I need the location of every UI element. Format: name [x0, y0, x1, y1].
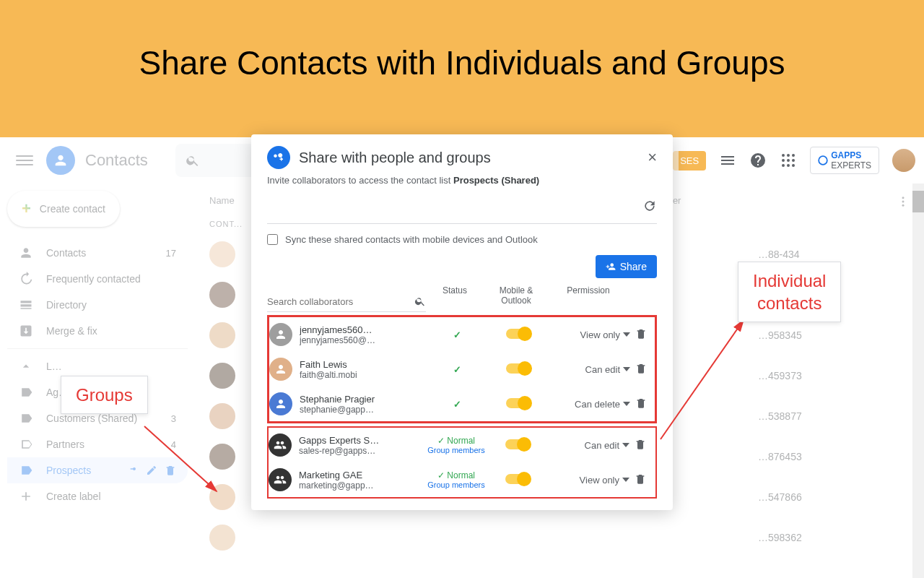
collaborator-email: stephanie@gapp… [300, 405, 428, 415]
close-icon[interactable]: × [648, 150, 657, 165]
collaborator-name: Stephanie Pragier [300, 394, 428, 405]
refresh-icon[interactable] [642, 199, 657, 213]
status-normal: ✓ Normal [427, 470, 485, 480]
avatar [269, 392, 292, 415]
collaborator-email: jennyjames560@… [300, 335, 428, 345]
permission-dropdown[interactable]: View only [550, 475, 629, 486]
arrow-individuals [657, 316, 751, 447]
share-modal-icon [267, 146, 290, 169]
share-modal: Share with people and groups × Invite co… [251, 134, 673, 510]
collaborator-name: Faith Lewis [300, 359, 428, 370]
groups-box: Gapps Experts S…sales-rep@gapps…✓ Normal… [267, 426, 657, 499]
svg-point-1 [787, 154, 790, 157]
arrow-groups [137, 419, 231, 506]
check-icon: ✓ [453, 329, 461, 340]
group-name: Gapps Experts S… [299, 435, 427, 446]
status-normal: ✓ Normal [427, 436, 485, 446]
col-permission: Permission [549, 285, 628, 312]
svg-line-14 [661, 320, 744, 439]
individuals-box: jennyjames560…jennyjames560@…✓View only … [267, 315, 657, 423]
svg-point-3 [782, 159, 785, 162]
account-avatar[interactable] [892, 149, 915, 172]
sync-checkbox[interactable] [267, 234, 278, 245]
modal-title: Share with people and groups [299, 150, 491, 166]
svg-point-9 [819, 156, 827, 165]
person-add-icon [606, 262, 616, 272]
group-name: Marketing GAE [299, 470, 427, 480]
col-mobile: Mobile & Outlook [484, 285, 549, 312]
mobile-toggle[interactable] [506, 329, 531, 339]
delete-icon[interactable] [635, 363, 647, 374]
collaborator-name: jennyjames560… [300, 324, 428, 335]
permission-dropdown[interactable]: Can delete [551, 399, 630, 410]
svg-point-5 [792, 159, 795, 162]
sync-label: Sync these shared contacts with mobile d… [285, 234, 538, 245]
mobile-toggle[interactable] [505, 474, 530, 484]
svg-point-6 [782, 164, 785, 167]
settings-menu-icon[interactable] [719, 152, 736, 169]
group-avatar-icon [269, 468, 292, 491]
avatar [269, 358, 292, 381]
help-icon[interactable] [749, 152, 767, 169]
avatar [269, 323, 292, 346]
gapps-experts-badge[interactable]: GAPPSEXPERTS [810, 147, 879, 174]
search-collaborators-input[interactable] [267, 296, 414, 307]
check-icon: ✓ [453, 399, 461, 410]
callout-groups: Groups [61, 376, 148, 414]
delete-icon[interactable] [635, 473, 646, 485]
group-members-link[interactable]: Group members [427, 446, 485, 454]
promo-banner: Share Contacts with Individuals and Grou… [0, 0, 924, 137]
mobile-toggle[interactable] [506, 398, 531, 408]
collaborator-group-row: Marketing GAEmarketing@gapp…✓ NormalGrou… [269, 462, 655, 497]
svg-point-0 [782, 154, 785, 157]
permission-dropdown[interactable]: Can edit [551, 364, 630, 375]
invite-input[interactable] [267, 189, 657, 224]
group-avatar-icon [269, 434, 292, 457]
svg-line-13 [144, 426, 217, 491]
delete-icon[interactable] [635, 439, 646, 450]
delete-icon[interactable] [635, 397, 647, 409]
check-icon: ✓ [453, 364, 461, 375]
apps-grid-icon[interactable] [780, 152, 797, 169]
collaborator-group-row: Gapps Experts S…sales-rep@gapps…✓ Normal… [269, 428, 655, 462]
svg-point-7 [787, 164, 790, 167]
gapps-logo-icon [818, 155, 828, 165]
collaborator-row: Faith Lewisfaith@alti.mobi✓Can edit [269, 352, 655, 387]
group-members-link[interactable]: Group members [427, 480, 485, 489]
collaborator-email: faith@alti.mobi [300, 370, 428, 380]
callout-individuals: Individualcontacts [738, 262, 841, 322]
permission-dropdown[interactable]: Can edit [550, 440, 629, 451]
svg-point-8 [792, 164, 795, 167]
scrollbar[interactable] [912, 184, 924, 578]
svg-point-2 [792, 154, 795, 157]
share-button[interactable]: Share [596, 255, 657, 278]
mobile-toggle[interactable] [505, 439, 530, 449]
mobile-toggle[interactable] [506, 363, 531, 374]
collaborator-row: jennyjames560…jennyjames560@…✓View only [269, 317, 655, 352]
modal-subtitle: Invite collaborators to access the conta… [267, 175, 657, 186]
banner-title: Share Contacts with Individuals and Grou… [139, 43, 785, 82]
svg-point-4 [787, 159, 790, 162]
col-status: Status [426, 285, 484, 312]
group-email: sales-rep@gapps… [299, 446, 427, 456]
permission-dropdown[interactable]: View only [551, 329, 630, 340]
collaborator-row: Stephanie Pragierstephanie@gapp…✓Can del… [269, 387, 655, 421]
group-email: marketing@gapp… [299, 480, 427, 491]
search-icon[interactable] [414, 296, 426, 307]
delete-icon[interactable] [635, 328, 647, 340]
